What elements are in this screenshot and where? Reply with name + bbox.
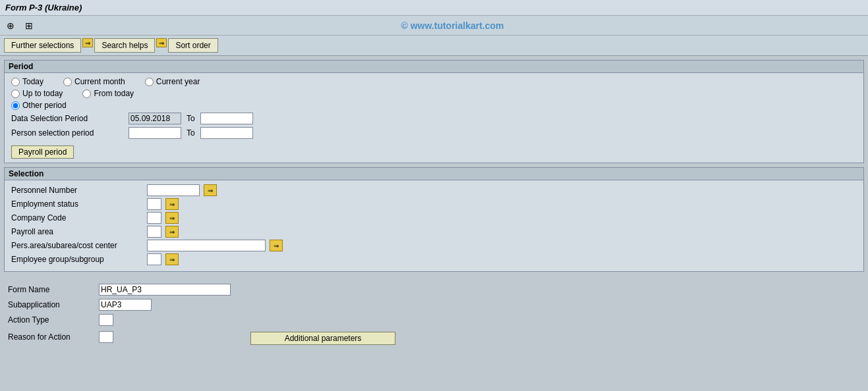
sort-order-label: Sort order [175, 41, 210, 50]
employee-group-arrow-btn[interactable]: ⇒ [165, 253, 179, 265]
system-toolbar: ⊕ ⊞ © www.tutorialkart.com [0, 16, 868, 36]
person-selection-to-label: To [187, 128, 195, 138]
pers-area-input[interactable] [147, 240, 266, 251]
person-selection-period-row: Person selection period To [11, 127, 857, 139]
additional-parameters-button[interactable]: Additional parameters [250, 332, 395, 345]
employment-status-row: Employment status ⇒ [11, 198, 857, 210]
person-selection-period-label: Person selection period [11, 128, 123, 138]
data-selection-period-label: Data Selection Period [11, 114, 123, 123]
payroll-period-button[interactable]: Payroll period [11, 145, 74, 159]
person-selection-period-input[interactable] [129, 127, 181, 139]
data-selection-period-row: Data Selection Period To [11, 113, 857, 124]
search-helps-label: Search helps [101, 41, 148, 50]
period-section: Period Today Current month Current year [4, 60, 864, 163]
reason-for-action-row: Reason for Action Additional parameters [8, 329, 860, 345]
payroll-area-arrow-btn[interactable]: ⇒ [165, 226, 179, 238]
radio-from-today[interactable] [82, 90, 91, 98]
employee-group-row: Employee group/subgroup ⇒ [11, 253, 857, 265]
radio-current-year-label[interactable]: Current year [145, 77, 200, 86]
employment-status-label: Employment status [11, 199, 143, 209]
sort-order-button[interactable]: Sort order [168, 38, 217, 53]
payroll-area-row: Payroll area ⇒ [11, 226, 857, 238]
further-selections-arrow-icon[interactable]: ⇒ [82, 38, 93, 47]
payroll-area-input[interactable] [147, 226, 161, 238]
reason-for-action-input[interactable] [99, 331, 113, 343]
company-code-label: Company Code [11, 213, 143, 222]
subapplication-row: Subapplication [8, 299, 860, 311]
action-type-row: Action Type [8, 314, 860, 326]
action-type-label: Action Type [8, 315, 94, 325]
period-radio-row-1: Today Current month Current year [11, 77, 857, 86]
selection-section: Selection Personnel Number ⇒ Employment … [4, 167, 864, 272]
radio-current-year[interactable] [145, 78, 154, 86]
data-selection-period-to-input[interactable] [200, 113, 253, 124]
form-name-row: Form Name [8, 284, 860, 296]
period-radio-row-3: Other period [11, 101, 857, 110]
employment-status-arrow-btn[interactable]: ⇒ [165, 198, 179, 210]
radio-from-today-label[interactable]: From today [82, 89, 134, 98]
search-helps-button[interactable]: Search helps [94, 38, 155, 53]
back-icon[interactable]: ⊕ [4, 19, 17, 32]
main-content: Period Today Current month Current year [0, 56, 868, 280]
forward-icon[interactable]: ⊞ [22, 19, 36, 32]
subapplication-input[interactable] [99, 299, 152, 311]
personnel-number-label: Personnel Number [11, 186, 143, 195]
title-bar: Form P-3 (Ukraine) [0, 0, 868, 16]
personnel-number-input[interactable] [147, 184, 200, 196]
form-title: Form P-3 (Ukraine) [5, 3, 82, 13]
employee-group-label: Employee group/subgroup [11, 255, 143, 264]
pers-area-arrow-btn[interactable]: ⇒ [270, 240, 283, 251]
form-name-label: Form Name [8, 285, 94, 294]
bottom-section: Form Name Subapplication Action Type Rea… [0, 280, 868, 352]
pers-area-row: Pers.area/subarea/cost center ⇒ [11, 240, 857, 251]
further-selections-label: Further selections [11, 41, 74, 50]
form-name-input[interactable] [99, 284, 231, 296]
radio-today[interactable] [11, 78, 20, 86]
radio-up-to-today[interactable] [11, 90, 20, 98]
radio-today-label[interactable]: Today [11, 77, 43, 86]
further-selections-button[interactable]: Further selections [4, 38, 81, 53]
pers-area-label: Pers.area/subarea/cost center [11, 241, 143, 250]
person-selection-period-to-input[interactable] [200, 127, 253, 139]
selection-section-content: Personnel Number ⇒ Employment status ⇒ C… [5, 180, 863, 271]
radio-current-month[interactable] [63, 78, 72, 86]
period-radio-row-2: Up to today From today [11, 89, 857, 98]
radio-other-period[interactable] [11, 101, 20, 110]
employment-status-input[interactable] [147, 198, 161, 210]
button-row: Further selections ⇒ Search helps ⇒ Sort… [0, 36, 868, 56]
search-helps-arrow-icon[interactable]: ⇒ [156, 38, 167, 47]
company-code-input[interactable] [147, 212, 161, 224]
personnel-number-arrow-btn[interactable]: ⇒ [204, 184, 217, 196]
action-type-input[interactable] [99, 314, 113, 326]
employee-group-input[interactable] [147, 253, 161, 265]
radio-current-month-label[interactable]: Current month [63, 77, 125, 86]
selection-section-header: Selection [5, 168, 863, 180]
personnel-number-row: Personnel Number ⇒ [11, 184, 857, 196]
watermark: © www.tutorialkart.com [41, 20, 864, 31]
payroll-period-row: Payroll period [11, 143, 857, 159]
subapplication-label: Subapplication [8, 300, 94, 309]
period-section-header: Period [5, 61, 863, 73]
payroll-area-label: Payroll area [11, 227, 143, 236]
data-selection-to-label: To [187, 114, 195, 123]
reason-for-action-label: Reason for Action [8, 332, 94, 342]
data-selection-period-input[interactable] [129, 113, 181, 124]
radio-other-period-label[interactable]: Other period [11, 101, 67, 110]
company-code-arrow-btn[interactable]: ⇒ [165, 212, 179, 224]
radio-up-to-today-label[interactable]: Up to today [11, 89, 63, 98]
period-section-content: Today Current month Current year Up to t… [5, 73, 863, 163]
company-code-row: Company Code ⇒ [11, 212, 857, 224]
